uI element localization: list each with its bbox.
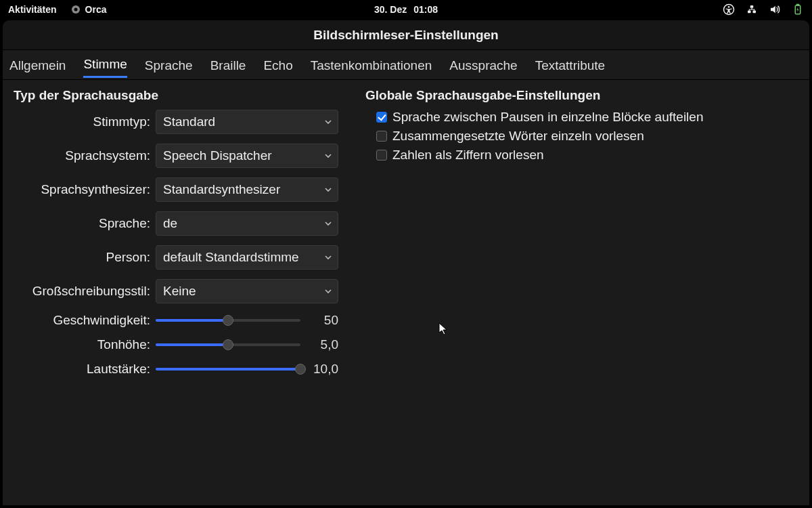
chevron-down-icon: [324, 118, 332, 126]
rate-value: 50: [309, 313, 338, 328]
compound-words-checkbox-row[interactable]: Zusammengesetzte Wörter einzeln vorlesen: [365, 129, 731, 144]
chevron-down-icon: [324, 219, 332, 228]
app-menu[interactable]: Orca: [70, 4, 107, 15]
voice-type-heading: Typ der Sprachausgabe: [14, 88, 338, 103]
svg-rect-4: [748, 11, 751, 14]
digits-checkbox-row[interactable]: Zahlen als Ziffern vorlesen: [365, 148, 731, 163]
tab-echo[interactable]: Echo: [263, 53, 292, 77]
global-speech-heading: Globale Sprachausgabe-Einstellungen: [365, 88, 731, 103]
speech-system-label: Sprachsystem:: [14, 148, 156, 163]
accessibility-icon[interactable]: [723, 3, 735, 16]
svg-rect-8: [797, 5, 799, 6]
pitch-value: 5,0: [309, 337, 338, 352]
synthesizer-label: Sprachsynthesizer:: [14, 182, 156, 197]
tab-allgemein[interactable]: Allgemein: [9, 53, 66, 77]
pause-chunks-checkbox[interactable]: [376, 112, 387, 123]
tab-bar: Allgemein Stimme Sprache Braille Echo Ta…: [3, 50, 809, 80]
compound-words-checkbox[interactable]: [376, 131, 387, 142]
tab-aussprache[interactable]: Aussprache: [449, 53, 517, 77]
tab-textattribute[interactable]: Textattribute: [535, 53, 606, 77]
voice-type-section: Typ der Sprachausgabe Stimmtyp: Standard…: [14, 88, 338, 386]
date-label: 30. Dez: [374, 4, 407, 15]
digits-label: Zahlen als Ziffern vorlesen: [392, 148, 544, 163]
volume-slider[interactable]: [156, 368, 300, 371]
window-titlebar[interactable]: Bildschirmleser-Einstellungen: [3, 20, 809, 50]
person-combo[interactable]: default Standardstimme: [156, 245, 338, 270]
pause-chunks-checkbox-row[interactable]: Sprache zwischen Pausen in einzelne Blöc…: [365, 110, 731, 125]
tab-tastenkombinationen[interactable]: Tastenkombinationen: [311, 53, 432, 77]
capstyle-combo[interactable]: Keine: [156, 279, 338, 303]
network-icon[interactable]: [746, 3, 758, 16]
speech-system-combo[interactable]: Speech Dispatcher: [156, 144, 338, 168]
speech-system-value: Speech Dispatcher: [163, 148, 272, 163]
chevron-down-icon: [324, 287, 332, 295]
pitch-label: Tonhöhe:: [14, 337, 156, 352]
language-combo[interactable]: de: [156, 211, 338, 236]
tab-braille[interactable]: Braille: [210, 53, 246, 77]
rate-label: Geschwindigkeit:: [14, 313, 156, 328]
person-value: default Standardstimme: [163, 250, 299, 265]
rate-slider[interactable]: [156, 319, 300, 322]
clock[interactable]: 30. Dez 01:08: [374, 4, 438, 15]
svg-point-3: [728, 6, 730, 8]
pitch-slider[interactable]: [156, 343, 300, 346]
language-value: de: [163, 216, 177, 231]
app-name: Orca: [85, 4, 107, 15]
tab-sprache[interactable]: Sprache: [145, 53, 193, 77]
svg-rect-6: [750, 5, 754, 8]
global-speech-section: Globale Sprachausgabe-Einstellungen Spra…: [365, 88, 731, 386]
activities-button[interactable]: Aktivitäten: [8, 4, 57, 15]
voice-type-value: Standard: [163, 114, 215, 129]
capstyle-value: Keine: [163, 284, 196, 299]
chevron-down-icon: [324, 152, 332, 160]
tab-stimme[interactable]: Stimme: [83, 51, 127, 78]
digits-checkbox[interactable]: [376, 150, 387, 161]
compound-words-label: Zusammengesetzte Wörter einzeln vorlesen: [392, 129, 644, 144]
language-label: Sprache:: [14, 216, 156, 231]
capstyle-label: Großschreibungsstil:: [14, 284, 156, 299]
svg-rect-5: [753, 11, 757, 14]
synthesizer-combo[interactable]: Standardsynthesizer: [156, 177, 338, 202]
chevron-down-icon: [324, 186, 332, 194]
voice-type-label: Stimmtyp:: [14, 114, 156, 129]
time-label: 01:08: [413, 4, 438, 15]
chevron-down-icon: [324, 253, 332, 261]
volume-value: 10,0: [309, 362, 338, 377]
orca-app-icon: [70, 4, 81, 15]
voice-type-combo[interactable]: Standard: [156, 110, 338, 134]
gnome-topbar: Aktivitäten Orca 30. Dez 01:08: [0, 0, 812, 19]
window-title: Bildschirmleser-Einstellungen: [313, 28, 498, 43]
svg-point-1: [74, 8, 77, 12]
person-label: Person:: [14, 250, 156, 265]
volume-icon[interactable]: [769, 3, 781, 16]
pause-chunks-label: Sprache zwischen Pausen in einzelne Blöc…: [392, 110, 703, 125]
battery-icon[interactable]: [792, 3, 804, 16]
volume-label: Lautstärke:: [14, 362, 156, 377]
preferences-window: Bildschirmleser-Einstellungen Allgemein …: [3, 20, 809, 505]
synthesizer-value: Standardsynthesizer: [163, 182, 280, 197]
